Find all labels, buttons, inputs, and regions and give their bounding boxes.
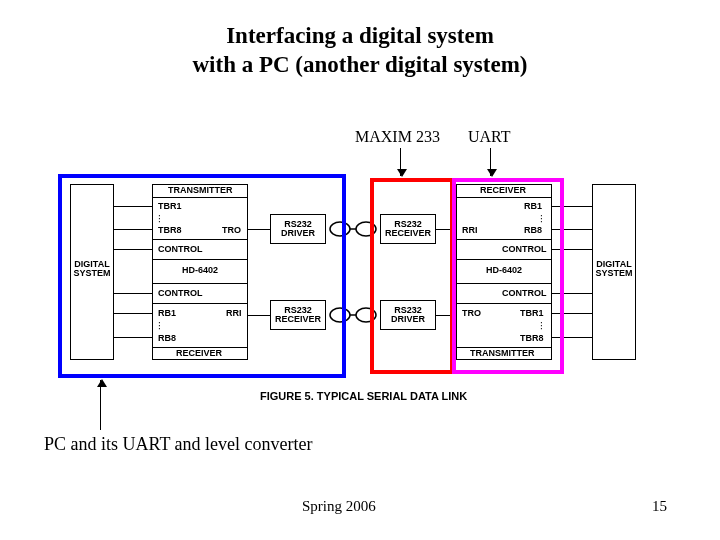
- diagram-canvas: MAXIM 233 UART DIGITALSYSTEM TRANSMITTER…: [0, 0, 720, 540]
- maxim-label: MAXIM 233: [355, 128, 440, 146]
- uart-label: UART: [468, 128, 511, 146]
- pc-note: PC and its UART and level converter: [44, 434, 313, 455]
- right-digital-system-label: DIGITALSYSTEM: [594, 260, 634, 278]
- maxim-arrow: [400, 148, 401, 176]
- figure-caption: FIGURE 5. TYPICAL SERIAL DATA LINK: [260, 390, 467, 402]
- footer-term: Spring 2006: [302, 498, 376, 515]
- uart-arrow: [490, 148, 491, 176]
- pc-highlight-box: [58, 174, 346, 378]
- pc-arrow: [100, 380, 101, 430]
- maxim-highlight-box: [370, 178, 454, 374]
- slide-number: 15: [652, 498, 667, 515]
- uart-highlight-box: [452, 178, 564, 374]
